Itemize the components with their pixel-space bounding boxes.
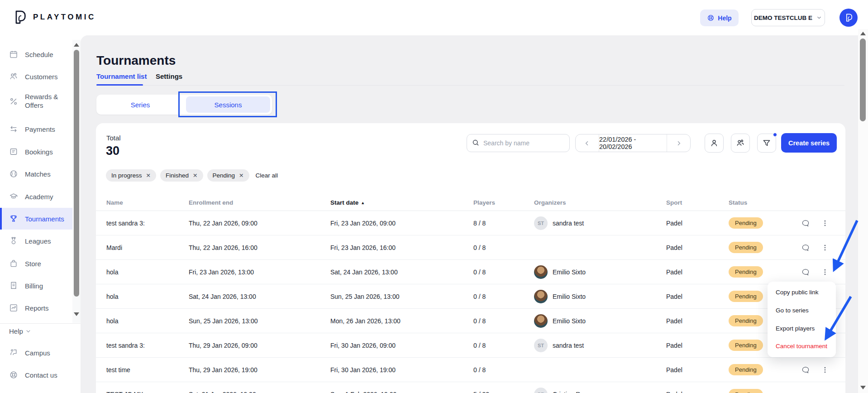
organizer-name: Emilio Sixto (553, 293, 586, 300)
column-header-players[interactable]: Players (473, 199, 534, 206)
sidebar-item-store[interactable]: Store (0, 254, 73, 273)
sidebar-item-payments[interactable]: Payments (0, 120, 73, 138)
organizer-name: Emilio Sixto (553, 317, 586, 325)
toggle-series[interactable]: Series (96, 95, 184, 115)
scroll-up-arrow-icon[interactable] (74, 43, 79, 47)
filter-chip-in-progress[interactable]: In progress ✕ (106, 169, 156, 182)
playtomic-logo-icon (12, 10, 27, 25)
search-input[interactable] (467, 134, 570, 152)
organizer-avatar: ST (534, 216, 548, 230)
sidebar-item-customers[interactable]: Customers (0, 67, 73, 86)
column-header-enrollment-end[interactable]: Enrollment end (189, 199, 330, 206)
sidebar-item-reports[interactable]: Reports (0, 299, 73, 317)
clear-all-button[interactable]: Clear all (256, 172, 278, 179)
date-range-value[interactable]: 22/01/2026 - 20/02/2026 (599, 134, 667, 152)
create-series-button[interactable]: Create series (781, 133, 837, 153)
sidebar-item-label: Schedule (25, 51, 53, 58)
multi-player-filter-button[interactable] (731, 134, 750, 153)
table-row[interactable]: test time Thu, 29 Jan 2026, 19:00 Fri, 3… (96, 358, 845, 382)
scroll-down-arrow-icon[interactable] (860, 386, 866, 389)
sidebar-item-bookings[interactable]: Bookings (0, 143, 73, 161)
page-scrollbar-thumb[interactable] (860, 38, 866, 121)
column-header-sport[interactable]: Sport (666, 199, 729, 206)
total-value: 30 (106, 144, 119, 158)
menu-item-cancel-tournament[interactable]: Cancel tournament (768, 337, 836, 355)
sidebar-item-billing[interactable]: Billing (0, 277, 73, 295)
chat-button[interactable] (801, 243, 810, 252)
tournaments-card: Total 30 In progress ✕ Finished ✕ Pendin… (96, 123, 845, 393)
sidebar-item-label: Billing (25, 282, 43, 290)
prev-period-button[interactable] (576, 134, 599, 152)
scroll-down-arrow-icon[interactable] (74, 312, 79, 316)
chat-button[interactable] (801, 219, 810, 228)
table-row[interactable]: hola Fri, 23 Jan 2026, 13:00 Sat, 24 Jan… (96, 260, 845, 284)
row-menu-button[interactable] (821, 219, 829, 227)
kebab-menu-icon (821, 219, 829, 227)
row-menu-button[interactable] (821, 366, 829, 374)
table-row[interactable]: hola Sun, 25 Jan 2026, 13:00 Mon, 26 Jan… (96, 309, 845, 333)
row-context-menu: Copy public link Go to series Export pla… (768, 282, 836, 357)
sidebar-scrollbar[interactable] (72, 40, 81, 323)
remove-chip-icon[interactable]: ✕ (146, 172, 151, 179)
chat-button[interactable] (801, 365, 810, 374)
total-label: Total (106, 134, 121, 142)
remove-chip-icon[interactable]: ✕ (239, 172, 243, 179)
sidebar-item-campus[interactable]: Campus (0, 344, 73, 362)
row-menu-button[interactable] (821, 268, 829, 276)
sidebar-item-label: Matches (25, 170, 51, 178)
menu-item-copy-public-link[interactable]: Copy public link (768, 283, 836, 302)
cell-name: hola (106, 293, 189, 300)
sidebar-item-label: Reports (25, 304, 49, 312)
sidebar-item-tournaments[interactable]: Tournaments (0, 208, 73, 230)
cell-enrollment-end: Fri, 23 Jan 2026, 13:00 (189, 268, 330, 276)
chevron-left-icon (583, 139, 591, 147)
tab-tournament-list[interactable]: Tournament list (96, 72, 147, 80)
row-menu-button[interactable] (821, 244, 829, 252)
column-header-organizers[interactable]: Organizers (534, 199, 666, 206)
sidebar-item-schedule[interactable]: Schedule (0, 45, 73, 63)
table-row[interactable]: test sandra 3: Thu, 22 Jan 2026, 09:00 F… (96, 211, 845, 235)
sidebar-item-rewards-offers[interactable]: Rewards & Offers (0, 89, 73, 114)
kebab-menu-icon (821, 268, 829, 276)
column-header-start-date[interactable]: Start date ▲ (330, 199, 473, 206)
sidebar-item-academy[interactable]: Academy (0, 187, 73, 206)
cell-start-date: Mon, 26 Jan 2026, 13:00 (330, 317, 473, 325)
next-period-button[interactable] (667, 134, 690, 152)
toggle-sessions[interactable]: Sessions (184, 95, 272, 115)
remove-chip-icon[interactable]: ✕ (193, 172, 197, 179)
table-row[interactable]: Mardi Thu, 22 Jan 2026, 16:00 Fri, 23 Ja… (96, 235, 845, 260)
single-player-filter-button[interactable] (705, 134, 724, 153)
help-button[interactable]: Help (700, 10, 739, 26)
sidebar-help-section[interactable]: Help (9, 325, 32, 337)
club-selector[interactable]: DEMO TESTCLUB E (751, 9, 825, 26)
account-avatar[interactable] (839, 9, 858, 27)
chip-label: Pending (213, 172, 235, 179)
status-badge: Pending (729, 291, 763, 302)
sidebar-item-label: Tournaments (25, 215, 64, 223)
column-header-name[interactable]: Name (106, 199, 189, 206)
sidebar-item-contact-us[interactable]: Contact us (0, 366, 73, 384)
filter-button[interactable] (757, 134, 776, 153)
sidebar-item-matches[interactable]: Matches (0, 165, 73, 183)
column-header-status[interactable]: Status (729, 199, 801, 206)
cell-players: 0 / 8 (473, 268, 534, 276)
people-icon (9, 72, 18, 81)
filter-chip-pending[interactable]: Pending ✕ (207, 169, 249, 182)
cell-start-date: Fri, 30 Jan 2026, 19:00 (330, 366, 473, 374)
filter-chip-finished[interactable]: Finished ✕ (160, 169, 203, 182)
menu-item-export-players[interactable]: Export players (768, 319, 836, 337)
search-icon (472, 139, 480, 147)
sidebar-item-leagues[interactable]: Leagues (0, 232, 73, 250)
menu-item-go-to-series[interactable]: Go to series (768, 302, 836, 320)
kebab-menu-icon (821, 244, 829, 252)
table-row[interactable]: TEST JC MX Sat, 31 Jan 2026, 19:00 Sun, … (96, 382, 845, 393)
table-row[interactable]: test sandra 3: Thu, 29 Jan 2026, 09:00 F… (96, 333, 845, 358)
cell-sport: Padel (666, 342, 729, 349)
page-scrollbar[interactable] (858, 29, 868, 393)
cell-organizer: CR Cristian R (534, 388, 666, 393)
table-row[interactable]: hola Sat, 24 Jan 2026, 13:00 Sun, 25 Jan… (96, 284, 845, 309)
scroll-up-arrow-icon[interactable] (860, 32, 866, 35)
tab-settings[interactable]: Settings (156, 72, 182, 80)
chat-button[interactable] (801, 268, 810, 277)
sidebar-scrollbar-thumb[interactable] (74, 50, 79, 297)
